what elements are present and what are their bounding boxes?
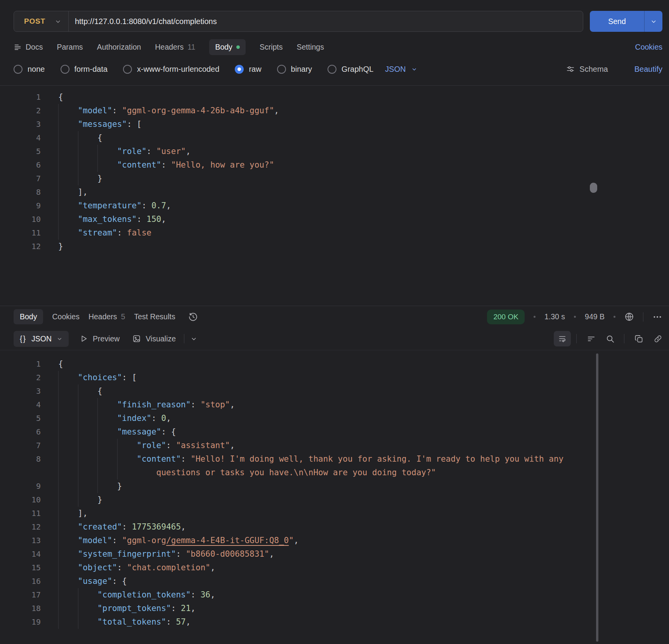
token-p: , — [181, 520, 186, 534]
token-p: : — [112, 534, 122, 547]
preview-button[interactable]: Preview — [80, 334, 120, 343]
send-options-button[interactable] — [644, 11, 662, 32]
code-line-content: } — [58, 493, 102, 507]
code-line-content: "role": "user", — [58, 145, 191, 158]
line-number: 1 — [0, 90, 41, 104]
request-tab-headers-label: Headers — [155, 43, 184, 52]
token-s: "b8660-d00685831" — [186, 547, 269, 561]
token-p: , — [294, 534, 299, 547]
body-mode-label: binary — [291, 65, 312, 74]
request-tab-params[interactable]: Params — [57, 43, 83, 52]
body-mode-raw[interactable]: raw — [235, 65, 261, 74]
code-line-content: "prompt_tokens": 21, — [58, 602, 196, 615]
code-line-content: "messages": [ — [58, 118, 142, 131]
more-options-icon[interactable] — [652, 312, 662, 322]
line-number: 10 — [0, 493, 41, 507]
send-button[interactable]: Send — [590, 11, 644, 32]
chevron-down-icon[interactable] — [191, 336, 197, 342]
code-line: 18"prompt_tokens": 21, — [0, 602, 669, 615]
line-number: 16 — [0, 575, 41, 588]
request-editor-scrollbar[interactable] — [590, 183, 597, 193]
response-tab-headers[interactable]: Headers5 — [88, 312, 125, 321]
indent-guides — [58, 588, 97, 602]
response-editor-scrollbar[interactable] — [596, 353, 598, 642]
indent-guides — [58, 158, 117, 172]
cookies-link[interactable]: Cookies — [635, 43, 662, 52]
request-tab-headers[interactable]: Headers11 — [155, 43, 195, 52]
token-k: "prompt_tokens" — [97, 602, 171, 615]
request-tab-body[interactable]: Body — [209, 39, 245, 55]
request-tabs: DocsParamsAuthorizationHeaders11BodyScri… — [14, 37, 662, 57]
code-line-content: "usage": { — [58, 575, 127, 588]
code-line-content: { — [58, 131, 102, 145]
indent-guides — [58, 480, 117, 493]
response-tab-test-results[interactable]: Test Results — [134, 312, 175, 321]
request-tab-authorization[interactable]: Authorization — [97, 43, 141, 52]
copy-icon[interactable] — [634, 334, 643, 343]
code-line-content: "max_tokens": 150, — [58, 213, 166, 226]
line-number: 11 — [0, 507, 41, 520]
filter-lines-icon[interactable] — [587, 334, 596, 343]
token-p: , — [230, 398, 235, 412]
line-number — [0, 466, 41, 480]
code-line-content: "finish_reason": "stop", — [58, 398, 235, 412]
code-line-content: "content": "Hello! I'm doing well, thank… — [58, 452, 563, 466]
search-icon[interactable] — [606, 334, 615, 343]
code-line-content: { — [58, 384, 102, 398]
token-n: 21 — [181, 602, 191, 615]
body-mode-label: GraphQL — [341, 65, 373, 74]
token-n: 0 — [161, 412, 166, 425]
indent-guides — [58, 398, 117, 412]
body-mode-form-data[interactable]: form-data — [61, 65, 108, 74]
history-icon[interactable] — [188, 312, 198, 322]
code-line: 2"model": "ggml-org-gemma-4-26b-a4b-gguf… — [0, 104, 669, 118]
code-line: 8"content": "Hello! I'm doing well, than… — [0, 452, 669, 466]
request-tab-settings[interactable]: Settings — [296, 43, 324, 52]
url-input[interactable] — [69, 11, 583, 31]
line-number: 17 — [0, 588, 41, 602]
token-s: "chat.completion" — [127, 561, 210, 575]
body-mode-graphql[interactable]: GraphQL — [328, 65, 373, 74]
request-tab-docs[interactable]: Docs — [14, 43, 43, 52]
code-line: 8], — [0, 185, 669, 199]
link-icon[interactable] — [653, 334, 662, 343]
body-mode-none[interactable]: none — [14, 65, 45, 74]
wrap-text-icon[interactable] — [554, 331, 571, 346]
visualize-button[interactable]: Visualize — [132, 334, 176, 343]
code-line-content: "completion_tokens": 36, — [58, 588, 215, 602]
code-line: 12} — [0, 240, 669, 253]
body-language-selector[interactable]: JSON — [385, 65, 417, 74]
chevron-down-icon — [411, 66, 417, 72]
request-tab-scripts[interactable]: Scripts — [260, 43, 283, 52]
token-p: : — [142, 199, 151, 213]
token-p: } — [58, 240, 63, 253]
indent-guides — [58, 452, 137, 466]
line-number: 5 — [0, 412, 41, 425]
line-number: 2 — [0, 104, 41, 118]
code-line: 17"completion_tokens": 36, — [0, 588, 669, 602]
body-mode-binary[interactable]: binary — [277, 65, 312, 74]
schema-button[interactable]: Schema — [566, 65, 608, 74]
body-mode-x-www-form-urlencoded[interactable]: x-www-form-urlencoded — [123, 65, 219, 74]
line-number: 12 — [0, 240, 41, 253]
token-k: "role" — [137, 439, 166, 452]
token-p: , — [269, 547, 274, 561]
response-format-selector[interactable]: {} JSON — [14, 331, 69, 347]
network-globe-icon[interactable] — [624, 312, 634, 322]
body-mode-label: x-www-form-urlencoded — [137, 65, 219, 74]
code-line: 1{ — [0, 90, 669, 104]
beautify-button[interactable]: Beautify — [634, 65, 662, 74]
token-n: 150 — [147, 213, 161, 226]
indent-guides — [58, 425, 117, 439]
response-size: 949 B — [585, 312, 605, 321]
response-tab-body[interactable]: Body — [14, 309, 43, 324]
chevron-down-icon — [650, 18, 657, 25]
code-line: 6"message": { — [0, 425, 669, 439]
method-selector[interactable]: POST — [14, 11, 68, 31]
request-body-editor[interactable]: 1{2"model": "ggml-org-gemma-4-26b-a4b-gg… — [0, 85, 669, 306]
response-body-editor[interactable]: 1{2"choices": [3{4"finish_reason": "stop… — [0, 350, 669, 644]
response-time: 1.30 s — [544, 312, 565, 321]
response-tab-cookies[interactable]: Cookies — [52, 312, 79, 321]
line-number: 1 — [0, 357, 41, 371]
token-p: } — [97, 172, 102, 185]
